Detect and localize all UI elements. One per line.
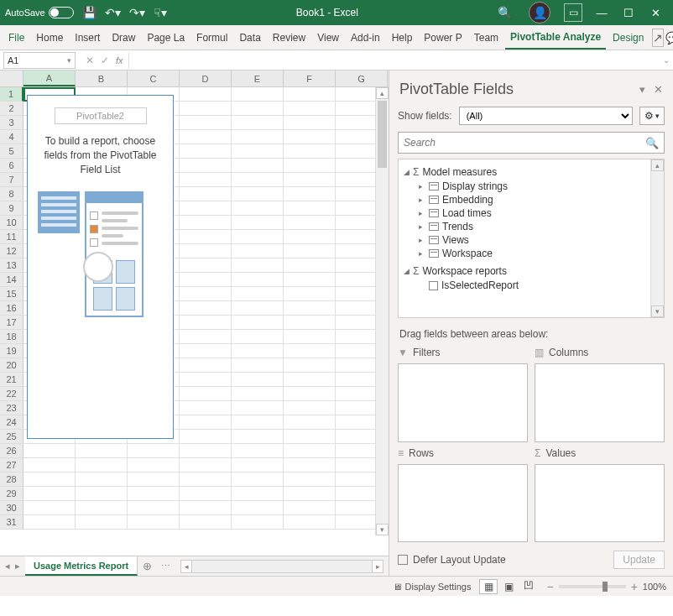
col-header-D[interactable]: D (180, 70, 232, 86)
cell[interactable] (128, 472, 180, 487)
cell[interactable] (23, 444, 76, 458)
view-page-layout-icon[interactable]: ▣ (499, 579, 518, 594)
cell[interactable] (284, 187, 336, 201)
cell[interactable] (180, 301, 232, 316)
enter-formula-icon[interactable]: ✓ (101, 55, 109, 66)
share-icon[interactable]: ↗ (652, 29, 664, 47)
cell[interactable] (180, 487, 232, 501)
formula-input[interactable] (128, 52, 660, 69)
cell[interactable] (23, 472, 76, 487)
row-header-6[interactable]: 6 (0, 159, 23, 173)
cell[interactable] (284, 373, 336, 387)
row-header-8[interactable]: 8 (0, 187, 23, 201)
cancel-formula-icon[interactable]: ✕ (86, 55, 94, 66)
tab-addins[interactable]: Add-in (346, 25, 385, 50)
cell[interactable] (180, 358, 232, 373)
cell[interactable] (180, 116, 232, 130)
cell[interactable] (232, 116, 284, 130)
fl-scroll-up-icon[interactable]: ▴ (651, 159, 664, 171)
cell[interactable] (180, 273, 232, 287)
tab-power-pivot[interactable]: Power P (419, 25, 467, 50)
zoom-in-button[interactable]: + (631, 580, 638, 593)
cell[interactable] (232, 273, 284, 287)
scroll-down-icon[interactable]: ▾ (376, 524, 389, 535)
cell[interactable] (232, 244, 284, 258)
field-item[interactable]: ▸Load times (419, 206, 645, 220)
col-header-C[interactable]: C (128, 70, 180, 86)
row-header-1[interactable]: 1 (0, 87, 23, 102)
cell[interactable] (232, 344, 284, 358)
tab-pivottable-analyze[interactable]: PivotTable Analyze (505, 25, 606, 50)
cell[interactable] (232, 87, 284, 102)
show-fields-select[interactable]: (All) (459, 107, 633, 125)
col-header-E[interactable]: E (232, 70, 284, 86)
cell[interactable] (284, 515, 336, 530)
cell[interactable] (128, 487, 180, 501)
columns-dropzone[interactable] (535, 363, 665, 442)
cell[interactable] (23, 515, 76, 530)
fl-scroll-down-icon[interactable]: ▾ (651, 305, 664, 317)
cell[interactable] (76, 458, 128, 472)
row-header-22[interactable]: 22 (0, 387, 23, 401)
cell[interactable] (284, 116, 336, 130)
tab-draw[interactable]: Draw (107, 25, 140, 50)
row-header-25[interactable]: 25 (0, 430, 23, 444)
tab-formulas[interactable]: Formul (191, 25, 232, 50)
row-header-12[interactable]: 12 (0, 244, 23, 258)
row-header-2[interactable]: 2 (0, 102, 23, 116)
tab-home[interactable]: Home (31, 25, 68, 50)
cell[interactable] (284, 287, 336, 301)
cell[interactable] (180, 230, 232, 244)
cell[interactable] (232, 430, 284, 444)
maximize-button[interactable]: ☐ (616, 4, 641, 21)
vertical-scrollbar[interactable]: ▴ ▾ (375, 87, 389, 535)
cell[interactable] (284, 472, 336, 487)
cell[interactable] (232, 444, 284, 458)
tab-page-layout[interactable]: Page La (142, 25, 190, 50)
field-search[interactable]: 🔍 (398, 132, 665, 154)
save-icon[interactable]: 💾 (82, 6, 97, 19)
cell[interactable] (284, 144, 336, 159)
field-item[interactable]: ▸Trends (419, 220, 645, 233)
cell[interactable] (284, 444, 336, 458)
field-item[interactable]: ▸Display strings (419, 180, 645, 193)
row-header-16[interactable]: 16 (0, 301, 23, 316)
user-avatar[interactable]: 👤 (529, 2, 550, 23)
pane-close-icon[interactable]: ✕ (654, 83, 663, 96)
cell[interactable] (284, 387, 336, 401)
cell[interactable] (180, 401, 232, 415)
cell[interactable] (284, 87, 336, 102)
cell[interactable] (128, 501, 180, 515)
tab-data[interactable]: Data (234, 25, 265, 50)
cell[interactable] (232, 216, 284, 230)
cell[interactable] (232, 258, 284, 273)
undo-icon[interactable]: ↶▾ (105, 6, 121, 19)
field-group[interactable]: ◢ΣWorkspace reports (404, 264, 645, 279)
row-header-4[interactable]: 4 (0, 130, 23, 144)
row-header-23[interactable]: 23 (0, 401, 23, 415)
cell[interactable] (284, 244, 336, 258)
cell[interactable] (180, 216, 232, 230)
cell[interactable] (180, 430, 232, 444)
tab-help[interactable]: Help (387, 25, 418, 50)
field-list-scrollbar[interactable]: ▴ ▾ (650, 159, 664, 317)
cell[interactable] (232, 301, 284, 316)
cell[interactable] (76, 472, 128, 487)
cell[interactable] (232, 102, 284, 116)
cell[interactable] (284, 173, 336, 187)
cell[interactable] (284, 201, 336, 216)
cell[interactable] (284, 458, 336, 472)
autosave-switch[interactable] (49, 7, 74, 18)
cell[interactable] (284, 258, 336, 273)
row-header-17[interactable]: 17 (0, 316, 23, 330)
cell[interactable] (284, 330, 336, 344)
field-item[interactable]: ▸Embedding (419, 193, 645, 206)
cell[interactable] (232, 187, 284, 201)
fx-label[interactable]: fx (116, 55, 128, 65)
cell[interactable] (76, 444, 128, 458)
close-button[interactable]: ✕ (643, 4, 668, 21)
cell[interactable] (232, 316, 284, 330)
row-header-14[interactable]: 14 (0, 273, 23, 287)
row-header-11[interactable]: 11 (0, 230, 23, 244)
cell[interactable] (284, 316, 336, 330)
